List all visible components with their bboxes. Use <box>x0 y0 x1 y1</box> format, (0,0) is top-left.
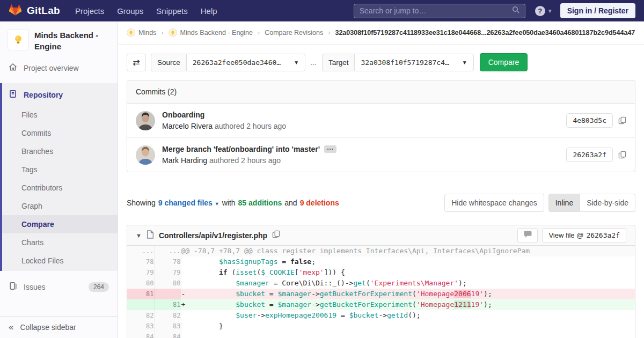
file-path[interactable]: Controllers/api/v1/register.php <box>159 231 267 240</box>
project-header[interactable]: Minds Backend - Engine <box>0 21 118 57</box>
search-input[interactable] <box>360 6 512 15</box>
compare-button[interactable]: Compare <box>480 53 528 71</box>
commit-sha-label[interactable]: 4e803d5c <box>566 113 613 128</box>
diff-code-line: $hasSignupTags = false; <box>181 256 635 267</box>
nav-item-groups[interactable]: Groups <box>117 6 143 16</box>
copy-file-path-button[interactable] <box>272 230 280 240</box>
diff-code-line: + $bucket = $manager->getBucketForExperi… <box>181 299 635 310</box>
nav-item-snippets[interactable]: Snippets <box>156 6 187 16</box>
sidebar-item-graph[interactable]: Graph <box>2 197 118 215</box>
copy-commit-sha-button[interactable] <box>618 116 626 124</box>
diff-code-line: @@ -78,7 +78,7 @@ class register impleme… <box>181 246 635 256</box>
diff-new-line-number[interactable] <box>154 289 181 299</box>
diff-old-line-number[interactable]: 78 <box>127 256 154 267</box>
swap-revisions-button[interactable]: ⇄ <box>127 54 146 71</box>
diff-old-line-number[interactable]: 81 <box>127 289 154 299</box>
sidebar-item-tags[interactable]: Tags <box>2 160 118 179</box>
deletions-count: 9 deletions <box>300 199 339 207</box>
source-label: Source <box>151 54 186 71</box>
nav-item-help[interactable]: Help <box>201 6 217 16</box>
diff-old-line-number[interactable]: 83 <box>127 321 154 332</box>
breadcrumb-separator: › <box>161 29 163 36</box>
diff-old-line-number[interactable]: 82 <box>127 310 154 321</box>
toggle-comments-button[interactable] <box>517 228 538 243</box>
main-content: Minds›Minds Backend - Engine›Compare Rev… <box>118 21 644 338</box>
inline-view-button[interactable]: Inline <box>548 194 580 212</box>
diff-old-line-number[interactable]: 84 <box>127 332 154 338</box>
diff-row: ......@@ -78,7 +78,7 @@ class register i… <box>127 246 635 256</box>
chevron-down-icon: ▼ <box>462 60 467 65</box>
additions-count: 85 additions <box>238 199 282 207</box>
breadcrumb-item-compare-revisions[interactable]: Compare Revisions <box>265 29 323 36</box>
caret-down-icon: ▼ <box>215 201 219 207</box>
diff-new-line-number[interactable]: 83 <box>154 321 181 332</box>
sidebar-item-contributors[interactable]: Contributors <box>2 179 118 197</box>
commit-meta: Marcelo Rivera authored 2 hours ago <box>162 122 286 130</box>
diff-code-line: } <box>181 321 635 332</box>
source-revision-dropdown[interactable]: 26263a2fee050dae3460… ▼ <box>186 54 305 71</box>
commit-meta: Mark Harding authored 2 hours ago <box>162 156 336 165</box>
sidebar-item-charts[interactable]: Charts <box>2 233 118 252</box>
diff-code-line: if (isset($_COOKIE['mexp'])) { <box>181 267 635 278</box>
commits-panel: Commits (2) OnboardingMarcelo Rivera aut… <box>127 80 635 172</box>
diff-new-line-number[interactable]: 79 <box>154 267 181 278</box>
sidebar-item-locked-files[interactable]: Locked Files <box>2 252 118 270</box>
sidebar-item-repository[interactable]: Repository <box>2 84 118 106</box>
sidebar-item-commits[interactable]: Commits <box>2 124 118 142</box>
side-by-side-view-button[interactable]: Side-by-side <box>580 194 635 212</box>
commit-sha-label[interactable]: 26263a2f <box>566 148 613 162</box>
commit-author-name[interactable]: Mark Harding <box>162 156 207 165</box>
view-file-sha: 26263a2f <box>586 231 620 239</box>
diff-old-line-number[interactable]: 79 <box>127 267 154 278</box>
sidebar-item-issues[interactable]: Issues 264 <box>0 276 118 297</box>
commit-title-link[interactable]: Merge branch 'feat/onboarding' into 'mas… <box>162 145 336 153</box>
sidebar-item-compare[interactable]: Compare <box>2 215 118 233</box>
view-file-button[interactable]: View file @ 26263a2f <box>542 228 626 243</box>
collapse-sidebar-button[interactable]: « Collapse sidebar <box>0 316 118 338</box>
target-revision-dropdown[interactable]: 32a0308f10f5719287c4… ▼ <box>354 54 473 71</box>
sidebar-item-branches[interactable]: Branches <box>2 142 118 160</box>
breadcrumb-item-minds-backend-engine[interactable]: Minds Backend - Engine <box>169 28 253 37</box>
diff-new-line-number[interactable]: 81 <box>154 299 181 310</box>
diff-new-line-number[interactable]: 84 <box>154 332 181 338</box>
diff-new-line-number[interactable]: 82 <box>154 310 181 321</box>
commit-author-name[interactable]: Marcelo Rivera <box>162 122 213 130</box>
top-navbar: GitLab ProjectsGroupsSnippetsHelp ? ▼ Si… <box>0 0 644 21</box>
breadcrumb-current-revisions: 32a0308f10f5719287c4118933ee31c18e044668… <box>335 29 635 36</box>
target-input-group: Target 32a0308f10f5719287c4… ▼ <box>322 54 474 71</box>
sign-in-button[interactable]: Sign in / Register <box>560 3 635 18</box>
gitlab-logo[interactable]: GitLab <box>9 3 60 18</box>
project-sidebar: Minds Backend - Engine Project overview … <box>0 21 118 338</box>
speech-bubble-icon <box>524 231 532 240</box>
global-search[interactable] <box>354 4 525 18</box>
copy-commit-sha-button[interactable] <box>618 151 626 159</box>
nav-item-projects[interactable]: Projects <box>75 6 104 16</box>
sidebar-item-project-overview[interactable]: Project overview <box>0 57 118 78</box>
commit-author-avatar[interactable] <box>136 145 155 165</box>
diff-new-line-number[interactable]: 80 <box>154 278 181 289</box>
diff-new-line-number[interactable]: 78 <box>154 256 181 267</box>
help-menu[interactable]: ? ▼ <box>535 6 553 16</box>
commit-title-link[interactable]: Onboarding <box>162 111 286 119</box>
commit-description-expander[interactable]: ··· <box>324 145 336 153</box>
breadcrumb-item-minds[interactable]: Minds <box>127 28 156 37</box>
gitlab-tanuki-icon <box>9 3 22 18</box>
issues-icon <box>9 282 17 292</box>
diff-row: 8282 $user->expHomepage200619 = $bucket-… <box>127 310 635 321</box>
breadcrumb-avatar-icon <box>169 28 177 37</box>
commit-row: Merge branch 'feat/onboarding' into 'mas… <box>127 137 635 172</box>
changed-files-dropdown[interactable]: 9 changed files ▼ <box>158 199 219 207</box>
diff-old-line-number[interactable]: ... <box>127 246 154 256</box>
diff-code-line <box>181 332 635 338</box>
diff-row: 8383 } <box>127 321 635 332</box>
collapse-file-caret-icon[interactable]: ▼ <box>136 232 142 239</box>
sidebar-item-files[interactable]: Files <box>2 106 118 124</box>
hide-whitespace-button[interactable]: Hide whitespace changes <box>444 194 544 212</box>
diff-old-line-number[interactable]: 80 <box>127 278 154 289</box>
diff-row: 81- $bucket = $manager->getBucketForExpe… <box>127 289 635 299</box>
commit-author-avatar[interactable] <box>136 111 155 130</box>
brand-name: GitLab <box>27 5 60 17</box>
diff-new-line-number[interactable]: ... <box>154 246 181 256</box>
diff-old-line-number[interactable] <box>127 299 154 310</box>
diff-table: ......@@ -78,7 +78,7 @@ class register i… <box>127 246 635 338</box>
